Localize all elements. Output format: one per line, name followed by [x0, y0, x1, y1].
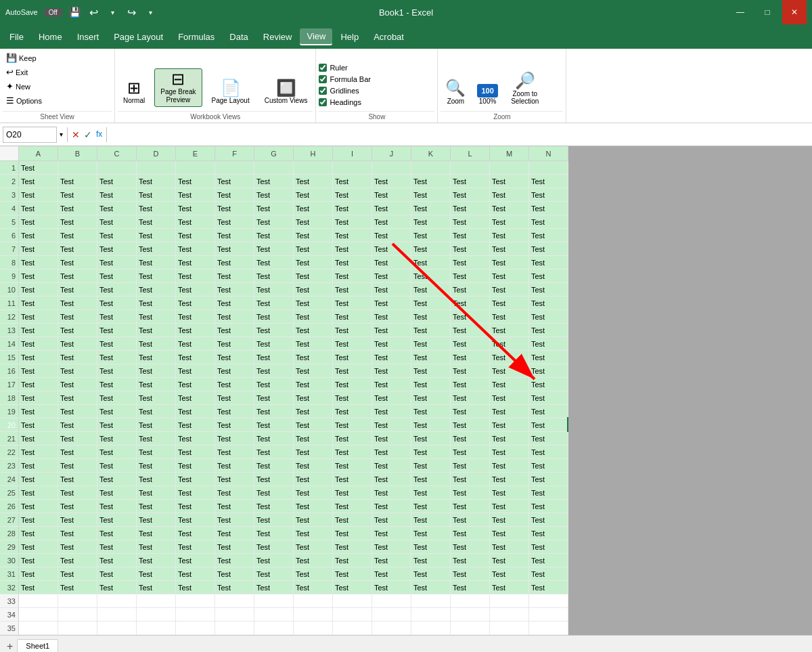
cell-B9[interactable]: Test: [58, 269, 97, 282]
cell-I11[interactable]: Test: [333, 297, 372, 309]
cell-N3[interactable]: Test: [529, 188, 568, 201]
cell-E24[interactable]: Test: [176, 473, 215, 485]
cell-G21[interactable]: Test: [254, 432, 294, 445]
cell-I31[interactable]: Test: [333, 567, 372, 580]
cell-G32[interactable]: Test: [254, 581, 294, 594]
cell-A22[interactable]: Test: [19, 445, 58, 458]
cell-L11[interactable]: Test: [451, 297, 490, 309]
cell-K4[interactable]: Test: [411, 202, 451, 215]
cell-D35[interactable]: [137, 622, 176, 634]
cell-N1[interactable]: [529, 161, 568, 174]
cancel-formula-icon[interactable]: ✕: [72, 129, 80, 140]
cell-M22[interactable]: Test: [490, 445, 529, 458]
cell-M15[interactable]: Test: [490, 351, 529, 364]
cell-J11[interactable]: Test: [372, 297, 411, 309]
cell-I14[interactable]: Test: [333, 337, 372, 350]
cell-I15[interactable]: Test: [333, 351, 372, 364]
cell-D30[interactable]: Test: [137, 554, 176, 567]
cell-L9[interactable]: Test: [451, 269, 490, 282]
sheet-tab-sheet1[interactable]: Sheet1: [17, 639, 58, 652]
cell-L26[interactable]: Test: [451, 500, 490, 513]
cell-K30[interactable]: Test: [411, 554, 451, 567]
row-num-16[interactable]: 16: [0, 364, 19, 377]
cell-G20[interactable]: Test: [254, 418, 294, 431]
cell-K3[interactable]: Test: [411, 188, 451, 201]
row-num-14[interactable]: 14: [0, 337, 19, 350]
cell-K27[interactable]: Test: [411, 513, 451, 526]
cell-M8[interactable]: Test: [490, 256, 529, 269]
cell-K32[interactable]: Test: [411, 581, 451, 594]
cell-L32[interactable]: Test: [451, 581, 490, 594]
cell-F4[interactable]: Test: [215, 202, 254, 215]
cell-E2[interactable]: Test: [176, 175, 215, 188]
row-num-9[interactable]: 9: [0, 269, 19, 282]
cell-C20[interactable]: Test: [97, 418, 137, 431]
formula-bar-checkbox[interactable]: [319, 75, 327, 83]
cell-M14[interactable]: Test: [490, 337, 529, 350]
cell-E32[interactable]: Test: [176, 581, 215, 594]
cell-E23[interactable]: Test: [176, 459, 215, 472]
cell-I35[interactable]: [333, 622, 372, 634]
cell-I8[interactable]: Test: [333, 256, 372, 269]
cell-B19[interactable]: Test: [58, 405, 97, 418]
cell-K15[interactable]: Test: [411, 351, 451, 364]
cell-F8[interactable]: Test: [215, 256, 254, 269]
cell-H3[interactable]: Test: [294, 188, 333, 201]
cell-M26[interactable]: Test: [490, 500, 529, 513]
row-num-35[interactable]: 35: [0, 622, 19, 634]
row-num-13[interactable]: 13: [0, 324, 19, 336]
cell-G12[interactable]: Test: [254, 310, 294, 323]
cell-C12[interactable]: Test: [97, 310, 137, 323]
cell-K33[interactable]: [411, 594, 451, 607]
cell-G18[interactable]: Test: [254, 391, 294, 404]
cell-K25[interactable]: Test: [411, 486, 451, 499]
cell-F23[interactable]: Test: [215, 459, 254, 472]
cell-L1[interactable]: [451, 161, 490, 174]
cell-K16[interactable]: Test: [411, 364, 451, 377]
cell-I9[interactable]: Test: [333, 269, 372, 282]
cell-L24[interactable]: Test: [451, 473, 490, 485]
row-num-25[interactable]: 25: [0, 486, 19, 499]
cell-E16[interactable]: Test: [176, 364, 215, 377]
zoom-to-selection-button[interactable]: 🔎 Zoom toSelection: [505, 69, 545, 107]
cell-H26[interactable]: Test: [294, 500, 333, 513]
cell-E7[interactable]: Test: [176, 242, 215, 255]
cell-G30[interactable]: Test: [254, 554, 294, 567]
cell-A21[interactable]: Test: [19, 432, 58, 445]
cell-K8[interactable]: Test: [411, 256, 451, 269]
cell-L20[interactable]: Test: [451, 418, 490, 431]
cell-J28[interactable]: Test: [372, 527, 411, 540]
cell-N11[interactable]: Test: [529, 297, 568, 309]
cell-C15[interactable]: Test: [97, 351, 137, 364]
row-num-20[interactable]: 20: [0, 418, 19, 431]
cell-L31[interactable]: Test: [451, 567, 490, 580]
cell-L6[interactable]: Test: [451, 229, 490, 242]
cell-N31[interactable]: Test: [529, 567, 568, 580]
cell-N32[interactable]: Test: [529, 581, 568, 594]
col-header-F[interactable]: F: [215, 146, 254, 160]
cell-K31[interactable]: Test: [411, 567, 451, 580]
cell-N25[interactable]: Test: [529, 486, 568, 499]
cell-M2[interactable]: Test: [490, 175, 529, 188]
cell-A20[interactable]: Test: [19, 418, 58, 431]
col-header-K[interactable]: K: [411, 146, 451, 160]
cell-D27[interactable]: Test: [137, 513, 176, 526]
keep-button[interactable]: 💾 Keep: [3, 51, 45, 64]
cell-G16[interactable]: Test: [254, 364, 294, 377]
cell-M10[interactable]: Test: [490, 283, 529, 296]
cell-E10[interactable]: Test: [176, 283, 215, 296]
cell-G33[interactable]: [254, 594, 294, 607]
cell-K13[interactable]: Test: [411, 324, 451, 336]
cell-D1[interactable]: [137, 161, 176, 174]
cell-F19[interactable]: Test: [215, 405, 254, 418]
cell-N7[interactable]: Test: [529, 242, 568, 255]
cell-H2[interactable]: Test: [294, 175, 333, 188]
cell-J34[interactable]: [372, 608, 411, 621]
cell-A10[interactable]: Test: [19, 283, 58, 296]
cell-E29[interactable]: Test: [176, 540, 215, 553]
cell-E13[interactable]: Test: [176, 324, 215, 336]
cell-C23[interactable]: Test: [97, 459, 137, 472]
cell-G7[interactable]: Test: [254, 242, 294, 255]
col-header-I[interactable]: I: [333, 146, 372, 160]
cell-C34[interactable]: [97, 608, 137, 621]
